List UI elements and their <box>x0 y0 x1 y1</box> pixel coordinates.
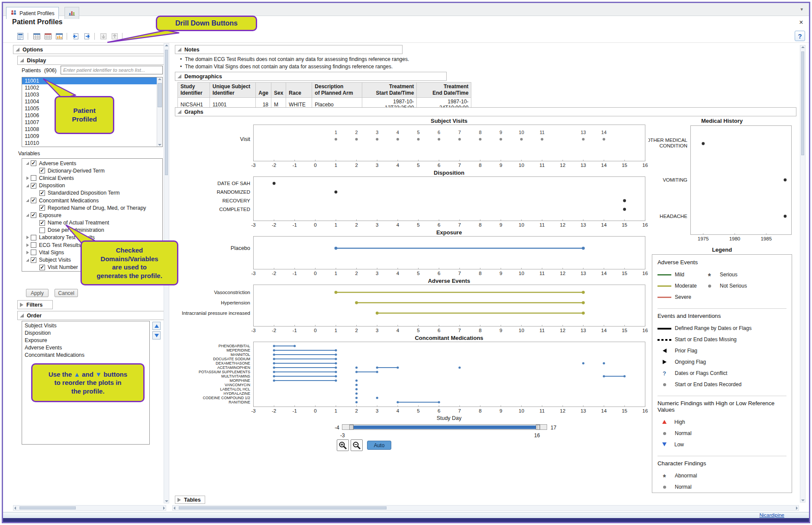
collapse-triangle-icon[interactable] <box>177 74 181 78</box>
scroll-down-icon[interactable] <box>158 144 161 146</box>
collapse-triangle-icon[interactable] <box>16 48 19 51</box>
scroll-up-icon[interactable] <box>158 78 161 80</box>
display-header[interactable]: Display <box>17 56 166 65</box>
main-vscrollbar[interactable] <box>800 45 806 503</box>
variable-checkbox[interactable]: ✓ <box>39 190 45 196</box>
exposure-chart-plot[interactable]: -3-2-1012345678910111213141516Placebo <box>175 236 649 278</box>
order-list-item[interactable]: Disposition <box>22 330 149 337</box>
study-day-range-slider[interactable] <box>342 424 547 430</box>
scroll-up-icon[interactable] <box>801 46 805 48</box>
data-table-chart-icon[interactable] <box>55 32 64 41</box>
graphs-header[interactable]: Graphs <box>175 107 796 116</box>
scroll-thumb[interactable] <box>179 506 387 509</box>
auto-zoom-button[interactable]: Auto <box>367 441 391 450</box>
collapse-triangle-icon[interactable] <box>20 314 24 317</box>
filters-header[interactable]: Filters <box>17 300 53 309</box>
data-table-red-icon[interactable] <box>43 32 53 41</box>
variable-checkbox[interactable]: ✓ <box>39 205 45 211</box>
expand-triangle-icon[interactable] <box>20 303 23 307</box>
variable-checkbox[interactable]: ✓ <box>31 183 36 189</box>
variable-row[interactable]: ✓Standardized Disposition Term <box>22 189 162 197</box>
variable-checkbox[interactable] <box>31 242 36 248</box>
variable-checkbox[interactable]: ✓ <box>31 198 36 203</box>
help-button[interactable]: ? <box>795 31 805 41</box>
demographics-header[interactable]: Demographics <box>175 72 447 81</box>
variable-checkbox[interactable]: ✓ <box>31 257 36 263</box>
variable-checkbox[interactable]: ✓ <box>39 265 45 270</box>
scroll-thumb[interactable] <box>165 50 168 175</box>
variable-row[interactable]: ✓Exposure <box>22 211 162 219</box>
previous-subject-icon[interactable] <box>71 32 81 41</box>
slider-right-grip[interactable] <box>536 425 540 430</box>
scroll-left-icon[interactable] <box>174 506 175 510</box>
variable-row[interactable]: ✓Concomitant Medications <box>22 197 162 204</box>
scroll-right-icon[interactable] <box>796 506 798 510</box>
order-list-item[interactable]: Concomitant Medications <box>22 352 149 359</box>
patient-search-input[interactable] <box>61 66 163 74</box>
order-list-item[interactable]: Exposure <box>22 337 149 344</box>
scroll-up-icon[interactable] <box>165 45 168 46</box>
expand-triangle-icon[interactable] <box>24 176 31 180</box>
variable-row[interactable]: ✓Reported Name of Drug, Med, or Therapy <box>22 204 162 211</box>
variable-checkbox[interactable] <box>31 175 36 181</box>
expand-triangle-icon[interactable] <box>24 243 31 247</box>
scroll-thumb[interactable] <box>801 51 804 155</box>
order-move-up-button[interactable] <box>152 322 161 330</box>
zoom-out-button[interactable] <box>351 439 363 451</box>
scroll-right-icon[interactable] <box>163 506 165 510</box>
collapse-triangle-icon[interactable] <box>24 259 31 262</box>
medical-history-chart-plot[interactable]: 197519801985OTHER MEDICALCONDITIONVOMITI… <box>648 125 796 243</box>
patient-list-item[interactable]: 11010 <box>22 140 162 147</box>
variable-checkbox[interactable]: ✓ <box>39 220 45 226</box>
scroll-down-icon[interactable] <box>165 500 168 502</box>
scroll-thumb[interactable] <box>19 506 76 509</box>
close-button[interactable]: × <box>796 18 806 27</box>
slider-left-grip[interactable] <box>349 425 354 430</box>
notes-header[interactable]: Notes <box>175 45 403 54</box>
variable-checkbox[interactable] <box>31 235 36 240</box>
scroll-left-icon[interactable] <box>14 506 16 510</box>
variable-checkbox[interactable]: ✓ <box>39 168 45 173</box>
tab-patient-profiles[interactable]: Patient Profiles <box>6 7 59 19</box>
expand-triangle-icon[interactable] <box>24 251 31 254</box>
variable-row[interactable]: ✓Disposition <box>22 182 162 189</box>
variable-row[interactable]: ✓Adverse Events <box>22 160 162 167</box>
main-hscrollbar[interactable] <box>172 505 799 511</box>
apply-button[interactable]: Apply <box>26 289 48 297</box>
order-list-item[interactable]: Subject Visits <box>22 322 149 330</box>
collapse-triangle-icon[interactable] <box>20 58 24 62</box>
options-panel-hscrollbar[interactable] <box>13 505 166 511</box>
order-move-down-button[interactable] <box>152 331 161 339</box>
tables-header[interactable]: Tables <box>175 496 205 504</box>
collapse-triangle-icon[interactable] <box>24 184 31 187</box>
variable-checkbox[interactable]: ✓ <box>31 160 36 166</box>
patient-list-scrollbar[interactable] <box>157 77 162 147</box>
variable-row[interactable]: Clinical Events <box>22 174 162 182</box>
scroll-down-icon[interactable] <box>801 499 805 501</box>
collapse-triangle-icon[interactable] <box>177 48 181 51</box>
collapse-triangle-icon[interactable] <box>24 199 31 202</box>
order-list-item[interactable]: Adverse Events <box>22 344 149 352</box>
expand-triangle-icon[interactable] <box>24 236 31 239</box>
variable-checkbox[interactable] <box>31 250 36 255</box>
options-header[interactable]: Options <box>13 45 166 54</box>
tab-data-table[interactable] <box>64 7 79 19</box>
data-table-blue-icon[interactable] <box>32 32 42 41</box>
nicardipine-link[interactable]: Nicardipine <box>759 512 784 518</box>
collapse-triangle-icon[interactable] <box>24 162 31 165</box>
disposition-chart-plot[interactable]: -3-2-1012345678910111213141516DATE OF SA… <box>175 176 649 229</box>
subject-visits-chart-plot[interactable]: -3-2-1012345678910111213141516Visit12345… <box>175 125 649 170</box>
profile-report-icon[interactable] <box>16 32 25 41</box>
variable-row[interactable]: ✓Dictionary-Derived Term <box>22 167 162 174</box>
next-subject-icon[interactable] <box>82 32 92 41</box>
order-header[interactable]: Order <box>17 311 166 320</box>
slider-range-fill[interactable] <box>352 426 538 429</box>
scroll-thumb[interactable] <box>158 83 162 107</box>
expand-triangle-icon[interactable] <box>177 498 181 502</box>
concomitant-medications-chart-plot[interactable]: -3-2-1012345678910111213141516PHENOBARBI… <box>175 342 649 415</box>
variable-checkbox[interactable]: ✓ <box>31 212 36 218</box>
zoom-in-button[interactable] <box>337 439 349 451</box>
cancel-button[interactable]: Cancel <box>55 289 78 297</box>
collapse-triangle-icon[interactable] <box>177 110 181 114</box>
collapse-triangle-icon[interactable] <box>24 214 31 217</box>
